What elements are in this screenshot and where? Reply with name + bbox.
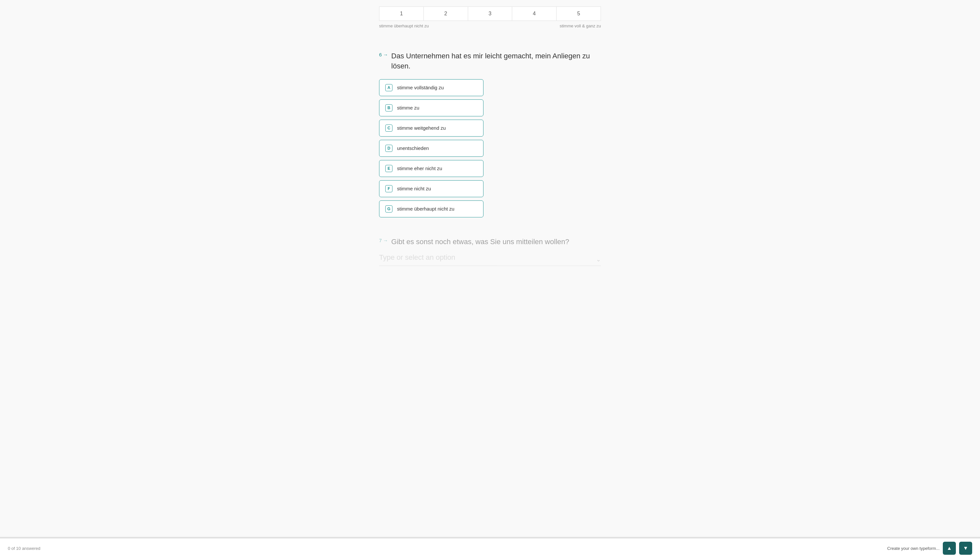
answer-option-D[interactable]: Dunentschieden: [379, 140, 483, 157]
option-key-F: F: [385, 185, 392, 192]
question-7-section: 7 → Gibt es sonst noch etwas, was Sie un…: [379, 237, 601, 266]
answer-option-F[interactable]: Fstimme nicht zu: [379, 180, 483, 197]
rating-cell-5[interactable]: 5: [557, 7, 601, 21]
option-label-C: stimme weitgehend zu: [397, 125, 446, 131]
question-6-text: Das Unternehmen hat es mir leicht gemach…: [391, 51, 601, 71]
rating-label-left: stimme überhaupt nicht zu: [379, 23, 429, 28]
chevron-down-icon: ⌄: [596, 256, 601, 263]
question-6-number: 6 →: [379, 51, 388, 57]
nav-up-button[interactable]: ▲: [943, 542, 956, 555]
option-label-G: stimme überhaupt nicht zu: [397, 206, 455, 212]
rating-table: 1 2 3 4 5: [379, 7, 601, 21]
option-key-C: C: [385, 125, 392, 132]
rating-labels: stimme überhaupt nicht zu stimme voll & …: [379, 23, 601, 28]
answered-count: 0 of 10 answered: [8, 546, 40, 551]
bottom-bar: 0 of 10 answered Create your own typefor…: [0, 537, 980, 558]
question-6-section: 6 → Das Unternehmen hat es mir leicht ge…: [379, 51, 601, 217]
nav-down-button[interactable]: ▼: [959, 542, 972, 555]
rating-label-right: stimme voll & ganz zu: [560, 23, 601, 28]
option-label-D: unentschieden: [397, 145, 429, 151]
answer-option-G[interactable]: Gstimme überhaupt nicht zu: [379, 200, 483, 217]
bottom-bar-content: 0 of 10 answered Create your own typefor…: [0, 538, 980, 558]
chevron-up-icon: ▲: [947, 545, 952, 551]
answer-options-6: Astimme vollständig zuBstimme zuCstimme …: [379, 79, 601, 217]
answer-option-A[interactable]: Astimme vollständig zu: [379, 79, 483, 96]
option-key-E: E: [385, 165, 392, 172]
question-7-header: 7 → Gibt es sonst noch etwas, was Sie un…: [379, 237, 601, 247]
option-label-A: stimme vollständig zu: [397, 85, 444, 90]
answer-option-C[interactable]: Cstimme weitgehend zu: [379, 120, 483, 136]
create-typeform-link[interactable]: Create your own typeform...: [887, 546, 940, 551]
option-key-B: B: [385, 104, 392, 112]
rating-cell-1[interactable]: 1: [379, 7, 424, 21]
question-6-header: 6 → Das Unternehmen hat es mir leicht ge…: [379, 51, 601, 71]
option-key-D: D: [385, 145, 392, 152]
question-7-arrow: →: [383, 238, 388, 243]
select-placeholder: Type or select an option: [379, 253, 455, 261]
option-label-B: stimme zu: [397, 105, 419, 110]
answer-option-E[interactable]: Estimme eher nicht zu: [379, 160, 483, 177]
option-label-E: stimme eher nicht zu: [397, 166, 442, 171]
select-input-wrapper[interactable]: Type or select an option ⌄: [379, 253, 601, 266]
question-7-number: 7 →: [379, 237, 388, 243]
bottom-right-controls: Create your own typeform... ▲ ▼: [887, 542, 972, 555]
option-key-G: G: [385, 205, 392, 213]
rating-cell-3[interactable]: 3: [468, 7, 512, 21]
answer-option-B[interactable]: Bstimme zu: [379, 99, 483, 117]
chevron-down-icon: ▼: [963, 545, 968, 551]
question-7-text: Gibt es sonst noch etwas, was Sie uns mi…: [391, 237, 569, 247]
rating-scale-section: 1 2 3 4 5 stimme überhaupt nicht zu stim…: [379, 0, 601, 38]
rating-cell-4[interactable]: 4: [512, 7, 557, 21]
question-6-arrow: →: [383, 52, 388, 57]
option-key-A: A: [385, 84, 392, 91]
rating-cell-2[interactable]: 2: [423, 7, 468, 21]
option-label-F: stimme nicht zu: [397, 186, 431, 191]
